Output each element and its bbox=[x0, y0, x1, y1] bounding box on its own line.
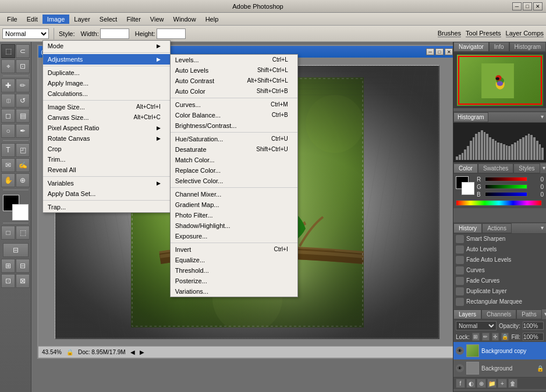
style-select[interactable]: Normal bbox=[2, 28, 49, 39]
tool-standard-mode[interactable]: □ bbox=[1, 226, 15, 240]
tool-presets-label[interactable]: Tool Presets bbox=[466, 30, 501, 37]
lock-image-btn[interactable]: ✏ bbox=[482, 333, 490, 341]
adj-invert[interactable]: InvertCtrl+I bbox=[171, 244, 297, 255]
menu-image-size[interactable]: Image Size...Alt+Ctrl+I bbox=[43, 102, 170, 112]
brushes-label[interactable]: Brushes bbox=[438, 30, 461, 37]
history-item-auto-levels[interactable]: Auto Levels bbox=[453, 244, 546, 255]
history-item-duplicate-layer[interactable]: Duplicate Layer bbox=[453, 286, 546, 297]
doc-minimize-btn[interactable]: ─ bbox=[426, 48, 434, 55]
height-input[interactable] bbox=[157, 28, 186, 39]
layer-adjustment-btn[interactable]: ⊕ bbox=[477, 379, 486, 388]
tool-quick-mask[interactable]: ⬚ bbox=[16, 226, 30, 240]
adj-match-color[interactable]: Match Color... bbox=[171, 155, 297, 165]
background-color[interactable] bbox=[12, 204, 29, 220]
adj-shadow-highlight[interactable]: Shadow/Highlight... bbox=[171, 220, 297, 231]
lock-position-btn[interactable]: ✛ bbox=[492, 333, 499, 341]
menu-apply-image[interactable]: Apply Image... bbox=[43, 78, 170, 88]
menu-adjustments[interactable]: Adjustments▶ Levels...Ctrl+L Auto Levels… bbox=[43, 54, 170, 65]
history-item-select-inverse[interactable]: Select Inverse bbox=[453, 307, 546, 308]
layer-group-btn[interactable]: 📁 bbox=[487, 379, 497, 388]
tool-extra4[interactable]: ⊠ bbox=[16, 274, 30, 288]
tool-dodge[interactable]: ○ bbox=[1, 124, 15, 138]
bg-color-swatch[interactable] bbox=[462, 182, 474, 195]
layer-comps-label[interactable]: Layer Comps bbox=[506, 30, 544, 37]
tab-navigator[interactable]: Navigator bbox=[453, 42, 489, 52]
menu-crop[interactable]: Crop bbox=[43, 144, 170, 154]
history-item-fade-auto-levels[interactable]: Fade Auto Levels bbox=[453, 255, 546, 265]
adj-curves[interactable]: Curves...Ctrl+M bbox=[171, 99, 297, 110]
hist-panel-menu[interactable]: ▾ bbox=[538, 112, 546, 122]
menu-variables[interactable]: Variables▶ bbox=[43, 178, 170, 188]
adj-levels[interactable]: Levels...Ctrl+L bbox=[171, 55, 297, 65]
layer-mask-btn[interactable]: ◐ bbox=[466, 379, 476, 388]
tab-layers[interactable]: Layers bbox=[453, 309, 481, 319]
menu-window[interactable]: Window bbox=[169, 15, 201, 24]
menu-layer[interactable]: Layer bbox=[69, 15, 95, 24]
tool-hand[interactable]: ✋ bbox=[1, 173, 15, 187]
menu-image[interactable]: Image Mode▶ Adjustments▶ Levels...Ctrl+L… bbox=[42, 15, 70, 24]
tab-info[interactable]: Info bbox=[489, 42, 509, 52]
adj-gradient-map[interactable]: Gradient Map... bbox=[171, 199, 297, 210]
tool-crop[interactable]: ⌖ bbox=[1, 59, 15, 73]
menu-duplicate[interactable]: Duplicate... bbox=[43, 67, 170, 78]
adj-auto-contrast[interactable]: Auto ContrastAlt+Shift+Ctrl+L bbox=[171, 76, 297, 86]
adj-color-balance[interactable]: Color Balance...Ctrl+B bbox=[171, 110, 297, 120]
adj-auto-levels[interactable]: Auto LevelsShift+Ctrl+L bbox=[171, 65, 297, 76]
menu-canvas-size[interactable]: Canvas Size...Alt+Ctrl+C bbox=[43, 112, 170, 123]
menu-select[interactable]: Select bbox=[95, 15, 122, 24]
tool-zoom[interactable]: ⊕ bbox=[16, 173, 30, 187]
tool-heal[interactable]: ✚ bbox=[1, 79, 15, 92]
menu-mode[interactable]: Mode▶ bbox=[43, 41, 170, 51]
history-item-fade-curves[interactable]: Fade Curves bbox=[453, 276, 546, 286]
menu-calculations[interactable]: Calculations... bbox=[43, 88, 170, 99]
tool-shape[interactable]: ◰ bbox=[16, 143, 30, 157]
doc-maximize-btn[interactable]: □ bbox=[435, 48, 444, 55]
history-item-curves[interactable]: Curves bbox=[453, 265, 546, 276]
menu-edit[interactable]: Edit bbox=[22, 15, 42, 24]
menu-pixel-aspect-ratio[interactable]: Pixel Aspect Ratio▶ bbox=[43, 123, 170, 133]
g-slider[interactable] bbox=[485, 184, 527, 189]
fill-input[interactable] bbox=[523, 333, 544, 341]
adj-threshold[interactable]: Threshold... bbox=[171, 265, 297, 276]
history-item-rect-marquee[interactable]: Rectangular Marquee bbox=[453, 297, 546, 307]
layer-item-background[interactable]: 👁 Background 🔒 bbox=[453, 359, 546, 377]
tool-clone[interactable]: ⎅ bbox=[1, 94, 15, 108]
adj-replace-color[interactable]: Replace Color... bbox=[171, 165, 297, 176]
tool-extra3[interactable]: ⊡ bbox=[1, 274, 15, 288]
layer-new-btn[interactable]: + bbox=[498, 379, 507, 388]
layer-eye-icon[interactable]: 👁 bbox=[456, 347, 464, 355]
history-panel-menu[interactable]: ▾ bbox=[538, 223, 546, 233]
tab-styles[interactable]: Styles bbox=[513, 163, 540, 173]
tab-color[interactable]: Color bbox=[453, 163, 478, 173]
tool-marquee[interactable]: ⬚ bbox=[1, 44, 15, 58]
tab-histogram2[interactable]: Histogram bbox=[453, 112, 488, 122]
menu-apply-data-set[interactable]: Apply Data Set... bbox=[43, 188, 170, 199]
tool-extra2[interactable]: ⊟ bbox=[16, 259, 30, 273]
blend-mode-select[interactable]: Normal bbox=[456, 321, 497, 330]
menu-filter[interactable]: Filter bbox=[122, 15, 145, 24]
menu-reveal-all[interactable]: Reveal All bbox=[43, 165, 170, 175]
layers-panel-menu[interactable]: ▾ bbox=[542, 309, 546, 319]
adj-desaturate[interactable]: DesaturateShift+Ctrl+U bbox=[171, 144, 297, 155]
tool-history-brush[interactable]: ↺ bbox=[16, 94, 30, 108]
lock-all-btn[interactable]: 🔒 bbox=[501, 333, 509, 341]
history-item-smart-sharpen[interactable]: Smart Sharpen bbox=[453, 234, 546, 244]
menu-help[interactable]: Help bbox=[201, 15, 224, 24]
tab-history[interactable]: History bbox=[453, 223, 482, 233]
adj-exposure[interactable]: Exposure... bbox=[171, 231, 297, 241]
color-spectrum[interactable] bbox=[456, 200, 542, 206]
layer-delete-btn[interactable]: 🗑 bbox=[508, 379, 517, 388]
tab-paths[interactable]: Paths bbox=[516, 309, 542, 319]
tool-text[interactable]: T bbox=[1, 143, 15, 157]
lock-transparent-btn[interactable]: ⊞ bbox=[472, 333, 480, 341]
doc-close-btn[interactable]: ✕ bbox=[445, 48, 453, 55]
tab-histogram[interactable]: Histogram bbox=[509, 42, 547, 52]
color-selector[interactable] bbox=[3, 195, 29, 220]
tab-actions[interactable]: Actions bbox=[482, 223, 512, 233]
color-panel-menu[interactable]: ▾ bbox=[540, 163, 547, 173]
tool-extra1[interactable]: ⊞ bbox=[1, 259, 15, 273]
menu-view[interactable]: View bbox=[146, 15, 169, 24]
tool-gradient[interactable]: ▤ bbox=[16, 109, 30, 123]
adj-channel-mixer[interactable]: Channel Mixer... bbox=[171, 189, 297, 199]
adj-selective-color[interactable]: Selective Color... bbox=[171, 176, 297, 186]
